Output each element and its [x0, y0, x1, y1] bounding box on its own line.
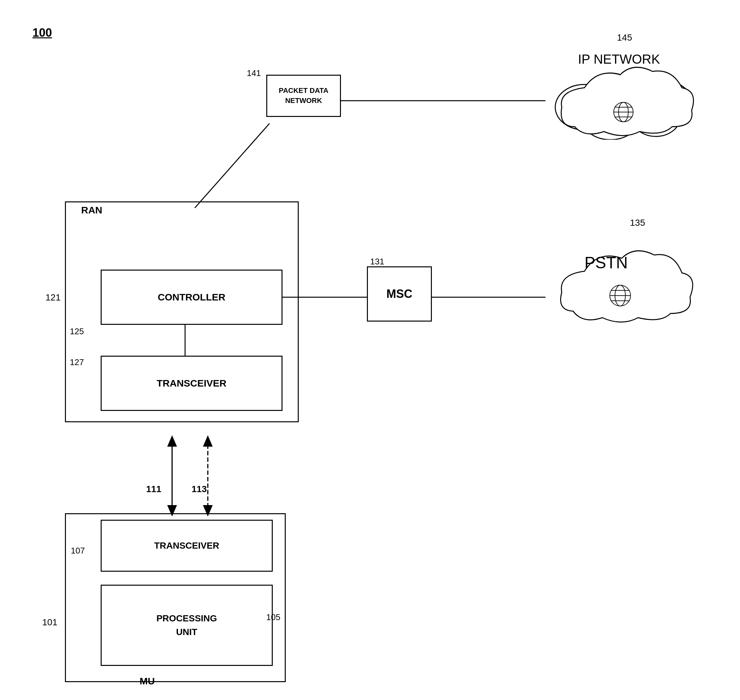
controller-box: CONTROLLER	[101, 270, 282, 325]
ref-145: 145	[617, 32, 632, 43]
ref-127: 127	[70, 357, 84, 368]
svg-marker-10	[203, 435, 213, 447]
ip-network-label: IP NETWORK	[578, 52, 660, 66]
ran-label: RAN	[81, 204, 102, 216]
ip-network-cloud: IP NETWORK	[546, 42, 701, 141]
pstn-label: PSTN	[584, 253, 628, 272]
ref-107: 107	[71, 546, 85, 556]
ref-105: 105	[266, 612, 280, 622]
ref-101: 101	[42, 617, 57, 628]
svg-line-0	[195, 124, 270, 208]
ref-121: 121	[46, 292, 61, 303]
ref-125: 125	[70, 326, 84, 337]
pstn-cloud: PSTN	[546, 227, 695, 339]
ref-135: 135	[630, 218, 645, 228]
msc-box: MSC	[367, 266, 432, 322]
ref-113: 113	[192, 484, 207, 494]
ref-111: 111	[146, 484, 162, 494]
svg-marker-6	[167, 435, 177, 447]
transceiver-ran-box: TRANSCEIVER	[101, 356, 282, 411]
diagram-ref: 100	[32, 26, 52, 40]
ref-141: 141	[247, 68, 261, 78]
mu-label: MU	[139, 676, 155, 687]
processing-unit-box: PROCESSINGUNIT	[101, 585, 273, 666]
packet-data-network-box: PACKET DATANETWORK	[266, 75, 341, 117]
transceiver-mu-box: TRANSCEIVER	[101, 520, 273, 572]
ref-131: 131	[370, 257, 384, 267]
diagram: 100 PACKET DATANETWORK 141	[0, 0, 740, 700]
